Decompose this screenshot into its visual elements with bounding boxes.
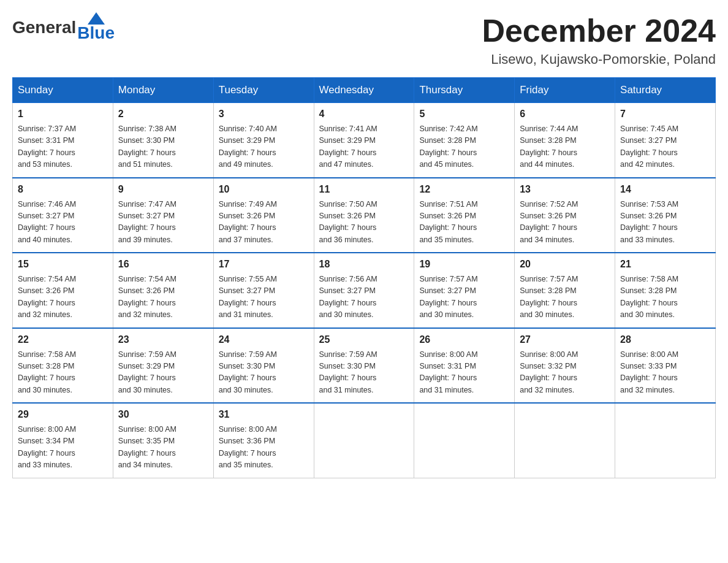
day-number: 29 [18, 407, 108, 422]
calendar-cell: 24Sunrise: 7:59 AMSunset: 3:30 PMDayligh… [213, 328, 314, 404]
location-title: Lisewo, Kujawsko-Pomorskie, Poland [482, 52, 716, 67]
calendar-cell: 16Sunrise: 7:54 AMSunset: 3:26 PMDayligh… [113, 253, 213, 328]
day-info: Sunrise: 7:58 AMSunset: 3:28 PMDaylight:… [620, 274, 710, 321]
day-info: Sunrise: 7:54 AMSunset: 3:26 PMDaylight:… [18, 274, 108, 321]
day-info: Sunrise: 7:47 AMSunset: 3:27 PMDaylight:… [118, 199, 208, 247]
day-number: 26 [419, 332, 509, 347]
calendar-cell: 10Sunrise: 7:49 AMSunset: 3:26 PMDayligh… [213, 178, 314, 253]
day-info: Sunrise: 8:00 AMSunset: 3:35 PMDaylight:… [118, 424, 208, 472]
day-info: Sunrise: 7:40 AMSunset: 3:29 PMDaylight:… [219, 123, 309, 171]
day-info: Sunrise: 7:42 AMSunset: 3:28 PMDaylight:… [419, 123, 509, 171]
calendar-week-row: 8Sunrise: 7:46 AMSunset: 3:27 PMDaylight… [13, 178, 716, 253]
day-info: Sunrise: 7:53 AMSunset: 3:26 PMDaylight:… [620, 199, 710, 247]
day-info: Sunrise: 7:44 AMSunset: 3:28 PMDaylight:… [520, 123, 610, 171]
day-number: 8 [18, 182, 108, 197]
calendar-week-row: 22Sunrise: 7:58 AMSunset: 3:28 PMDayligh… [13, 328, 716, 404]
day-info: Sunrise: 8:00 AMSunset: 3:33 PMDaylight:… [620, 349, 710, 397]
calendar-week-row: 29Sunrise: 8:00 AMSunset: 3:34 PMDayligh… [13, 403, 716, 478]
calendar-cell: 7Sunrise: 7:45 AMSunset: 3:27 PMDaylight… [615, 103, 716, 178]
calendar-cell: 13Sunrise: 7:52 AMSunset: 3:26 PMDayligh… [515, 178, 615, 253]
day-info: Sunrise: 7:45 AMSunset: 3:27 PMDaylight:… [620, 123, 710, 171]
logo-blue-box: Blue [77, 12, 115, 43]
day-number: 2 [118, 107, 208, 121]
title-section: December 2024 Lisewo, Kujawsko-Pomorskie… [482, 12, 716, 67]
day-number: 3 [219, 107, 309, 121]
weekday-header-wednesday: Wednesday [314, 78, 414, 103]
day-info: Sunrise: 7:58 AMSunset: 3:28 PMDaylight:… [18, 349, 108, 397]
day-info: Sunrise: 7:38 AMSunset: 3:30 PMDaylight:… [118, 123, 208, 171]
day-number: 25 [319, 332, 409, 347]
day-info: Sunrise: 7:49 AMSunset: 3:26 PMDaylight:… [219, 199, 309, 247]
month-title: December 2024 [482, 12, 716, 49]
calendar-cell [615, 403, 716, 478]
calendar-cell: 3Sunrise: 7:40 AMSunset: 3:29 PMDaylight… [213, 103, 314, 178]
day-number: 21 [620, 257, 710, 272]
weekday-header-monday: Monday [113, 78, 213, 103]
day-info: Sunrise: 7:52 AMSunset: 3:26 PMDaylight:… [520, 199, 610, 247]
day-info: Sunrise: 7:41 AMSunset: 3:29 PMDaylight:… [319, 123, 409, 171]
day-info: Sunrise: 7:56 AMSunset: 3:27 PMDaylight:… [319, 274, 409, 321]
calendar-cell: 31Sunrise: 8:00 AMSunset: 3:36 PMDayligh… [213, 403, 314, 478]
page-header: General Blue December 2024 Lisewo, Kujaw… [12, 12, 716, 67]
weekday-header-saturday: Saturday [615, 78, 716, 103]
day-info: Sunrise: 8:00 AMSunset: 3:36 PMDaylight:… [219, 424, 309, 472]
calendar-cell: 27Sunrise: 8:00 AMSunset: 3:32 PMDayligh… [515, 328, 615, 404]
day-number: 13 [520, 182, 610, 197]
day-info: Sunrise: 7:59 AMSunset: 3:30 PMDaylight:… [219, 349, 309, 397]
calendar-table: SundayMondayTuesdayWednesdayThursdayFrid… [12, 77, 716, 478]
calendar-cell [515, 403, 615, 478]
calendar-cell: 26Sunrise: 8:00 AMSunset: 3:31 PMDayligh… [414, 328, 515, 404]
day-info: Sunrise: 7:51 AMSunset: 3:26 PMDaylight:… [419, 199, 509, 247]
calendar-cell: 22Sunrise: 7:58 AMSunset: 3:28 PMDayligh… [13, 328, 113, 404]
day-info: Sunrise: 7:55 AMSunset: 3:27 PMDaylight:… [219, 274, 309, 321]
day-number: 17 [219, 257, 309, 272]
logo: General Blue [12, 12, 115, 43]
day-number: 30 [118, 407, 208, 422]
day-number: 6 [520, 107, 610, 121]
day-info: Sunrise: 7:50 AMSunset: 3:26 PMDaylight:… [319, 199, 409, 247]
calendar-cell: 19Sunrise: 7:57 AMSunset: 3:27 PMDayligh… [414, 253, 515, 328]
day-number: 19 [419, 257, 509, 272]
calendar-cell: 8Sunrise: 7:46 AMSunset: 3:27 PMDaylight… [13, 178, 113, 253]
day-info: Sunrise: 7:57 AMSunset: 3:28 PMDaylight:… [520, 274, 610, 321]
day-number: 5 [419, 107, 509, 121]
calendar-cell: 17Sunrise: 7:55 AMSunset: 3:27 PMDayligh… [213, 253, 314, 328]
day-number: 9 [118, 182, 208, 197]
day-number: 20 [520, 257, 610, 272]
calendar-cell: 6Sunrise: 7:44 AMSunset: 3:28 PMDaylight… [515, 103, 615, 178]
day-number: 31 [219, 407, 309, 422]
weekday-header-tuesday: Tuesday [213, 78, 314, 103]
calendar-cell [414, 403, 515, 478]
day-number: 23 [118, 332, 208, 347]
weekday-header-friday: Friday [515, 78, 615, 103]
calendar-cell [314, 403, 414, 478]
calendar-cell: 23Sunrise: 7:59 AMSunset: 3:29 PMDayligh… [113, 328, 213, 404]
day-number: 12 [419, 182, 509, 197]
day-number: 16 [118, 257, 208, 272]
day-info: Sunrise: 7:37 AMSunset: 3:31 PMDaylight:… [18, 123, 108, 171]
day-number: 18 [319, 257, 409, 272]
day-number: 1 [18, 107, 108, 121]
day-number: 7 [620, 107, 710, 121]
weekday-header-thursday: Thursday [414, 78, 515, 103]
calendar-week-row: 15Sunrise: 7:54 AMSunset: 3:26 PMDayligh… [13, 253, 716, 328]
calendar-week-row: 1Sunrise: 7:37 AMSunset: 3:31 PMDaylight… [13, 103, 716, 178]
logo-general-text: General [12, 18, 76, 37]
calendar-cell: 14Sunrise: 7:53 AMSunset: 3:26 PMDayligh… [615, 178, 716, 253]
calendar-cell: 5Sunrise: 7:42 AMSunset: 3:28 PMDaylight… [414, 103, 515, 178]
logo-triangle-icon [88, 12, 105, 25]
calendar-cell: 11Sunrise: 7:50 AMSunset: 3:26 PMDayligh… [314, 178, 414, 253]
day-number: 10 [219, 182, 309, 197]
day-info: Sunrise: 7:59 AMSunset: 3:30 PMDaylight:… [319, 349, 409, 397]
calendar-cell: 21Sunrise: 7:58 AMSunset: 3:28 PMDayligh… [615, 253, 716, 328]
day-number: 24 [219, 332, 309, 347]
calendar-cell: 18Sunrise: 7:56 AMSunset: 3:27 PMDayligh… [314, 253, 414, 328]
weekday-header-row: SundayMondayTuesdayWednesdayThursdayFrid… [13, 78, 716, 103]
calendar-cell: 1Sunrise: 7:37 AMSunset: 3:31 PMDaylight… [13, 103, 113, 178]
day-info: Sunrise: 7:59 AMSunset: 3:29 PMDaylight:… [118, 349, 208, 397]
day-info: Sunrise: 8:00 AMSunset: 3:32 PMDaylight:… [520, 349, 610, 397]
calendar-cell: 30Sunrise: 8:00 AMSunset: 3:35 PMDayligh… [113, 403, 213, 478]
day-number: 14 [620, 182, 710, 197]
calendar-cell: 4Sunrise: 7:41 AMSunset: 3:29 PMDaylight… [314, 103, 414, 178]
day-number: 28 [620, 332, 710, 347]
